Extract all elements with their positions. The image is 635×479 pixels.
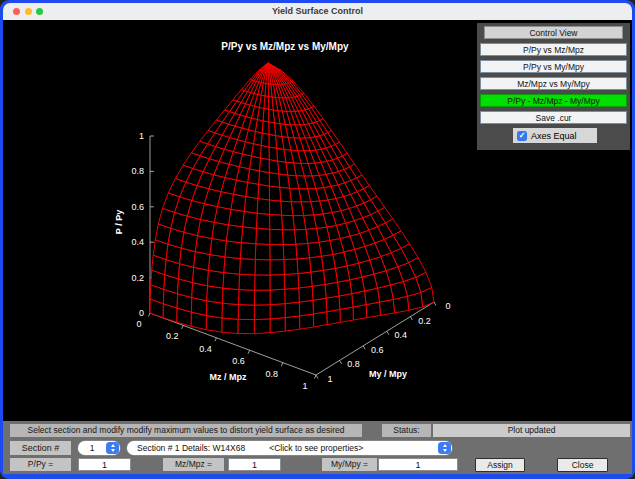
svg-text:Mz / Mpz: Mz / Mpz (210, 372, 247, 382)
view-button-mzmpz-mympy[interactable]: Mz/Mpz vs My/Mpy (480, 77, 627, 90)
title-bar: Yield Surface Control (3, 3, 632, 20)
status-value: Plot updated (433, 424, 630, 437)
svg-text:0.4: 0.4 (395, 330, 408, 340)
svg-text:0.8: 0.8 (131, 166, 144, 176)
section-details-text: Section # 1 Details: W14X68 (137, 443, 245, 453)
window-title: Yield Surface Control (3, 3, 632, 20)
svg-text:0.8: 0.8 (266, 369, 279, 379)
axes-equal-row: ✓ Axes Equal (513, 128, 597, 143)
close-button[interactable]: Close (557, 458, 608, 472)
svg-text:0: 0 (136, 319, 141, 329)
assign-button[interactable]: Assign (475, 458, 525, 472)
svg-text:P / Py: P / Py (114, 210, 124, 234)
mympy-input[interactable] (378, 458, 458, 471)
view-button-ppy-mympy[interactable]: P/Py vs My/Mpy (480, 60, 627, 73)
svg-text:1: 1 (327, 374, 332, 384)
svg-text:1: 1 (139, 131, 144, 141)
status-label: Status: (382, 424, 431, 437)
svg-text:0.6: 0.6 (131, 202, 144, 212)
bottom-control-panel: Select section and modify modify maximum… (3, 421, 632, 474)
mympy-field-label: My/Mpy = (322, 458, 377, 471)
svg-text:0.6: 0.6 (371, 345, 384, 355)
popup-stepper-icon (438, 442, 451, 454)
svg-text:0.4: 0.4 (199, 344, 212, 354)
svg-text:0.4: 0.4 (131, 237, 144, 247)
section-number-label: Section # (10, 441, 71, 455)
ppy-field-label: P/Py = (10, 458, 71, 471)
svg-text:My / Mpy: My / Mpy (369, 369, 407, 379)
mzmpz-field-label: Mz/Mpz = (163, 458, 224, 471)
surface-mesh (150, 63, 434, 334)
axes-equal-checkbox[interactable]: ✓ (517, 131, 527, 141)
view-button-3d-active[interactable]: P/Py - Mz/Mpz - My/Mpy (480, 94, 627, 107)
svg-text:0.6: 0.6 (232, 356, 245, 366)
section-number-value: 1 (78, 443, 106, 453)
instruction-label: Select section and modify modify maximum… (10, 424, 362, 437)
popup-stepper-icon (106, 442, 119, 454)
svg-text:0.2: 0.2 (166, 331, 179, 341)
svg-text:0: 0 (139, 308, 144, 318)
svg-text:0.2: 0.2 (418, 316, 431, 326)
section-details-popup[interactable]: Section # 1 Details: W14X68 <Click to se… (127, 441, 452, 455)
ppy-input[interactable] (78, 458, 131, 471)
view-button-ppy-mzmpz[interactable]: P/Py vs Mz/Mpz (480, 43, 627, 56)
svg-text:1: 1 (302, 381, 307, 391)
mzmpz-input[interactable] (228, 458, 281, 471)
section-number-popup[interactable]: 1 (78, 441, 120, 455)
axes-equal-label: Axes Equal (531, 131, 577, 141)
save-cur-button[interactable]: Save .cur (480, 111, 627, 124)
control-view-panel: Control View P/Py vs Mz/Mpz P/Py vs My/M… (477, 23, 630, 150)
yield-surface-control-window: Yield Surface Control 00.20.40.60.8100.2… (0, 0, 635, 479)
svg-text:0.8: 0.8 (347, 359, 360, 369)
svg-text:0.2: 0.2 (131, 273, 144, 283)
section-details-hint: <Click to see properties> (269, 443, 363, 453)
control-view-header[interactable]: Control View (484, 26, 623, 39)
svg-text:0: 0 (445, 301, 450, 311)
svg-text:P/Py vs Mz/Mpz vs My/Mpy: P/Py vs Mz/Mpz vs My/Mpy (221, 41, 349, 52)
